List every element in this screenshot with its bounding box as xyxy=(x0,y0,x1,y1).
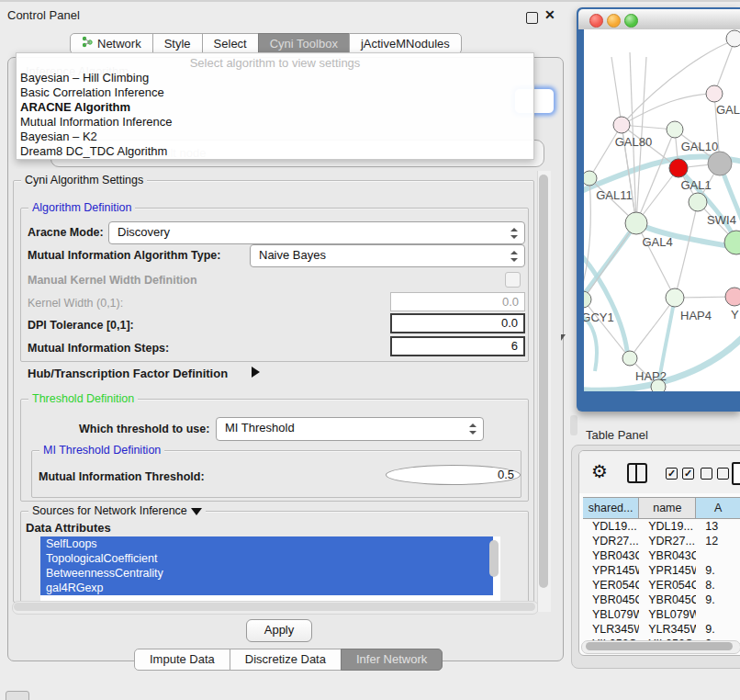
settings-hscrollbar[interactable] xyxy=(12,601,539,615)
dropdown-hint: Select algorithm to view settings xyxy=(17,56,533,70)
algorithm-option[interactable]: Dream8 DC_TDC Algorithm xyxy=(19,144,531,159)
algorithm-option[interactable]: ARACNE Algorithm xyxy=(19,100,531,115)
attribute-item[interactable]: gal4RGexp xyxy=(40,581,493,595)
network-node-y[interactable] xyxy=(725,288,740,306)
close-window-icon[interactable] xyxy=(589,14,603,28)
table-cell: YBR045C xyxy=(583,593,639,607)
mi-threshold-title: MI Threshold Definition xyxy=(39,444,164,457)
network-node-gal4[interactable] xyxy=(625,212,647,234)
mi-steps-label: Mutual Information Steps: xyxy=(28,342,169,355)
zoom-window-icon[interactable] xyxy=(624,14,638,28)
network-node[interactable] xyxy=(726,30,740,47)
network-node-gal1[interactable] xyxy=(669,159,688,177)
mi-steps-field[interactable]: 6 xyxy=(390,336,525,356)
aracne-mode-combo[interactable]: Discovery xyxy=(108,221,525,244)
tab-label: Network xyxy=(97,34,141,53)
column-header[interactable]: shared... xyxy=(583,498,639,518)
table-cell: 9. xyxy=(696,622,740,637)
kernel-width-field[interactable]: 0.0 xyxy=(390,292,525,311)
table-row[interactable]: YPR145WYPR145W9. xyxy=(583,563,740,578)
table-header-row: shared...nameA xyxy=(583,497,740,519)
collapse-arrow-icon[interactable] xyxy=(191,508,202,515)
minimize-window-icon[interactable] xyxy=(607,14,621,28)
table-cell: 13 xyxy=(696,519,740,534)
table-hscrollbar-thumb[interactable] xyxy=(586,642,733,650)
network-node[interactable] xyxy=(708,152,732,175)
column-header[interactable]: name xyxy=(639,498,696,518)
mi-type-value: Naive Bayes xyxy=(259,248,326,262)
gear-icon[interactable]: ⚙ xyxy=(591,460,608,482)
algorithm-option[interactable]: Bayesian – Hill Climbing xyxy=(19,71,531,85)
node-label: GAL10 xyxy=(681,140,718,153)
tab-network[interactable]: Network xyxy=(70,33,153,54)
table-hscrollbar[interactable] xyxy=(581,640,740,654)
top-divider xyxy=(0,0,740,2)
algorithm-option[interactable]: Bayesian – K2 xyxy=(19,130,531,144)
tab-style[interactable]: Style xyxy=(152,33,203,54)
attribute-item[interactable]: BetweennessCentrality xyxy=(40,566,493,581)
apply-button[interactable]: Apply xyxy=(246,619,312,642)
tab-cyni-toolbox[interactable]: Cyni Toolbox xyxy=(258,33,350,54)
node-label: GAL1 xyxy=(680,178,711,192)
column-header[interactable]: A xyxy=(696,498,740,518)
tab-jactivemnodules[interactable]: jActiveMNodules xyxy=(349,33,462,54)
table-cell: YPR145W xyxy=(639,563,696,578)
deselect-checkbox-icon[interactable] xyxy=(701,468,712,480)
network-node-gal[interactable] xyxy=(706,85,723,102)
document-icon[interactable] xyxy=(732,462,740,485)
split-view-icon[interactable] xyxy=(627,463,647,483)
network-window-titlebar[interactable] xyxy=(578,9,740,29)
close-icon[interactable]: ✕ xyxy=(544,7,555,22)
table-row[interactable]: YBL079WYBL079W xyxy=(583,607,740,622)
network-node-swi4[interactable] xyxy=(689,193,707,211)
table-cell: YBR043C xyxy=(639,548,696,563)
table-row[interactable]: YBR043CYBR043C xyxy=(583,548,740,563)
attribute-item[interactable]: SelfLoops xyxy=(40,536,493,551)
network-node[interactable] xyxy=(724,231,740,254)
tab-select[interactable]: Select xyxy=(202,33,259,54)
algorithm-option[interactable]: Basic Correlation Inference xyxy=(19,85,531,100)
network-node-gal10[interactable] xyxy=(667,121,683,138)
table-row[interactable]: YDR27...YDR27...12 xyxy=(583,534,740,548)
network-node-gcy1[interactable] xyxy=(584,291,591,308)
algorithm-dropdown-list: Bayesian – Hill ClimbingBasic Correlatio… xyxy=(19,71,531,159)
hub-section-label[interactable]: Hub/Transcription Factor Definition xyxy=(28,367,228,380)
table-row[interactable]: YBR045CYBR045C9. xyxy=(583,593,740,607)
bottom-tab-bar: Impute DataDiscretize DataInfer Network xyxy=(134,649,443,671)
network-canvas[interactable]: GALGAL80GAL10GAL1GAL11SWI4GAL4GCY1HAP4YH… xyxy=(584,29,740,391)
expand-arrow-icon[interactable] xyxy=(252,367,260,378)
threshold-title: Threshold Definition xyxy=(28,392,138,405)
hscrollbar-thumb[interactable] xyxy=(14,603,535,611)
network-node-hap2[interactable] xyxy=(622,351,637,366)
which-threshold-value: MI Threshold xyxy=(225,421,295,435)
mi-type-combo[interactable]: Naive Bayes xyxy=(250,244,525,267)
list-scrollbar-thumb[interactable] xyxy=(489,540,499,577)
network-node-hap4[interactable] xyxy=(666,288,684,307)
tab-label: Select xyxy=(214,34,247,53)
float-panel-icon[interactable] xyxy=(526,12,538,24)
tab-discretize-data[interactable]: Discretize Data xyxy=(230,649,342,671)
dpi-tolerance-field[interactable]: 0.0 xyxy=(390,313,525,333)
data-attributes-list[interactable]: SelfLoopsTopologicalCoefficientBetweenne… xyxy=(40,536,500,601)
manual-kernel-label: Manual Kernel Width Definition xyxy=(28,274,197,287)
network-node-gal11[interactable] xyxy=(584,171,597,186)
algorithm-option[interactable]: Mutual Information Inference xyxy=(19,115,531,130)
pane-divider-handle[interactable] xyxy=(570,415,577,435)
select-all-checkbox-icon[interactable]: ✓ xyxy=(682,468,694,480)
select-all-checkbox-icon[interactable]: ✓ xyxy=(666,468,678,480)
stepper-icon xyxy=(469,423,477,435)
attribute-item[interactable]: TopologicalCoefficient xyxy=(40,551,493,566)
vscrollbar-thumb[interactable] xyxy=(539,175,548,588)
table-row[interactable]: YDL19...YDL19...13 xyxy=(583,519,740,534)
table-row[interactable]: YLR345WYLR345W9. xyxy=(583,622,740,637)
corner-widget[interactable] xyxy=(6,691,29,700)
deselect-checkbox-icon[interactable] xyxy=(717,468,729,480)
manual-kernel-checkbox[interactable] xyxy=(505,272,521,288)
mi-threshold-field[interactable]: 0.5 xyxy=(386,465,521,485)
tab-infer-network[interactable]: Infer Network xyxy=(341,649,443,671)
tab-impute-data[interactable]: Impute Data xyxy=(134,649,230,671)
node-label: GAL xyxy=(716,103,740,117)
network-node-gal80[interactable] xyxy=(613,117,630,133)
table-row[interactable]: YER054CYER054C8. xyxy=(583,578,740,593)
which-threshold-combo[interactable]: MI Threshold xyxy=(216,417,484,441)
